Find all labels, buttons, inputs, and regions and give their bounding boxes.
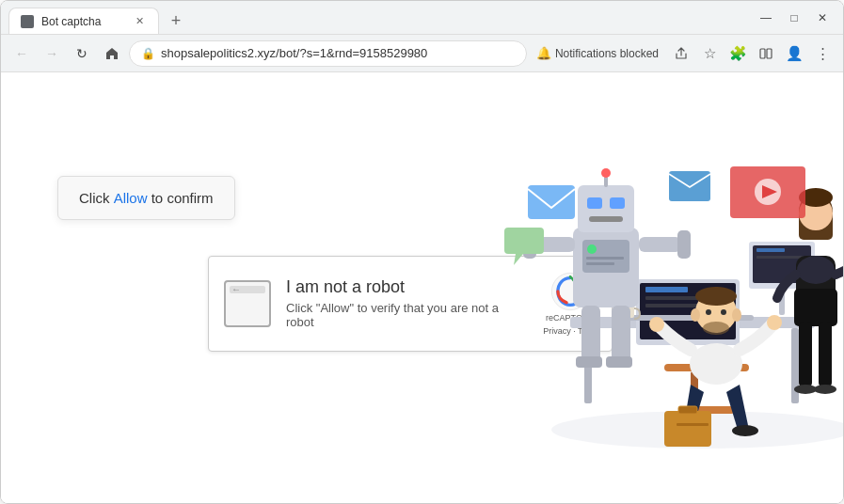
split-view-button[interactable] (753, 40, 779, 67)
svg-rect-9 (645, 287, 688, 292)
captcha-browser-illustration (224, 280, 271, 327)
svg-rect-15 (756, 248, 785, 252)
svg-point-47 (794, 385, 817, 394)
page-content: Click Allow to confirm I am not a robot … (1, 72, 843, 503)
menu-button[interactable]: ⋮ (809, 40, 836, 67)
svg-point-27 (703, 322, 729, 335)
svg-rect-36 (677, 423, 709, 426)
tab-favicon (21, 15, 34, 28)
svg-rect-56 (610, 197, 625, 209)
new-tab-button[interactable]: + (163, 8, 189, 34)
svg-rect-34 (664, 411, 711, 447)
svg-rect-1 (767, 49, 772, 58)
active-tab[interactable]: Bot captcha ✕ (8, 8, 159, 34)
allow-word: Allow (114, 190, 148, 206)
svg-point-59 (601, 168, 611, 178)
svg-point-51 (587, 244, 597, 254)
bell-blocked-icon: 🔔 (536, 46, 551, 60)
share-button[interactable] (668, 40, 694, 67)
svg-rect-55 (587, 197, 602, 209)
back-button[interactable]: ← (8, 40, 35, 67)
title-bar: Bot captcha ✕ + — □ ✕ (1, 1, 843, 35)
svg-rect-45 (799, 322, 812, 387)
profile-button[interactable]: 👤 (781, 40, 807, 67)
forward-button[interactable]: → (39, 40, 65, 67)
svg-rect-39 (794, 289, 837, 326)
svg-rect-69 (504, 228, 544, 254)
svg-rect-52 (586, 257, 624, 260)
maximize-button[interactable]: □ (781, 5, 807, 31)
office-illustration (438, 72, 843, 467)
svg-rect-16 (756, 256, 804, 259)
svg-point-23 (649, 317, 664, 332)
svg-rect-53 (586, 262, 614, 265)
svg-rect-0 (760, 49, 765, 58)
svg-point-30 (691, 308, 700, 322)
svg-point-31 (732, 308, 741, 322)
reload-button[interactable]: ↻ (69, 40, 95, 67)
svg-point-28 (706, 309, 711, 315)
svg-rect-57 (589, 216, 623, 222)
lock-icon: 🔒 (141, 47, 155, 60)
home-button[interactable] (99, 40, 125, 67)
click-allow-prefix: Click (79, 190, 114, 206)
svg-point-29 (721, 309, 726, 315)
browser-window: Bot captcha ✕ + — □ ✕ ← → ↻ 🔒 shopsalepo… (0, 0, 844, 504)
bookmark-button[interactable]: ☆ (696, 40, 723, 67)
address-bar: ← → ↻ 🔒 shopsalepolitics2.xyz/bot/?s=1&r… (1, 35, 843, 72)
svg-point-38 (797, 256, 835, 284)
svg-point-26 (695, 287, 737, 306)
close-button[interactable]: ✕ (809, 5, 836, 31)
svg-point-48 (814, 385, 836, 394)
click-allow-suffix: to confirm (148, 190, 214, 206)
svg-rect-63 (677, 230, 691, 259)
tab-close-button[interactable]: ✕ (132, 14, 147, 29)
svg-rect-61 (639, 237, 681, 252)
tab-title: Bot captcha (41, 15, 124, 28)
tab-strip: Bot captcha ✕ + (8, 1, 749, 34)
svg-rect-70 (669, 171, 710, 201)
window-controls: — □ ✕ (753, 5, 836, 31)
url-bar[interactable]: 🔒 shopsalepolitics2.xyz/bot/?s=1&rnd=915… (129, 40, 527, 67)
notifications-blocked-label: Notifications blocked (555, 47, 659, 60)
minimize-button[interactable]: — (753, 5, 779, 31)
svg-rect-54 (578, 185, 634, 232)
click-allow-banner: Click Allow to confirm (57, 176, 235, 220)
toolbar-icons: ☆ 🧩 👤 ⋮ (668, 40, 836, 67)
svg-point-24 (767, 315, 782, 330)
svg-rect-46 (819, 322, 832, 387)
svg-rect-66 (576, 356, 602, 368)
svg-rect-50 (582, 240, 629, 273)
svg-rect-68 (528, 185, 575, 219)
url-text: shopsalepolitics2.xyz/bot/?s=1&rnd=91585… (161, 46, 515, 60)
svg-point-33 (732, 425, 758, 436)
svg-rect-65 (612, 306, 630, 362)
svg-rect-67 (606, 356, 632, 368)
notifications-blocked[interactable]: 🔔 Notifications blocked (531, 46, 664, 60)
svg-rect-64 (581, 306, 600, 362)
extensions-button[interactable]: 🧩 (725, 40, 751, 67)
svg-rect-35 (678, 406, 697, 414)
